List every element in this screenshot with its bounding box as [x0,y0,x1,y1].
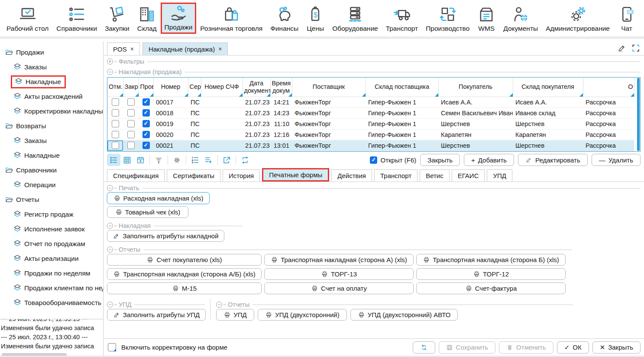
open-external-button[interactable] [220,154,233,166]
tab-certificates[interactable]: Сертификаты [167,169,220,182]
edit-pencil-icon[interactable] [617,43,627,53]
app-tab-sales[interactable]: Продажи [161,3,197,34]
tab-history[interactable]: История [223,169,260,182]
approved-checkbox[interactable] [142,109,150,117]
close-form-button[interactable]: ✕Закрыть [592,341,641,354]
sidebar-item-goods-turnover[interactable]: Товарооборачиваемость [0,295,103,310]
checkbox[interactable] [370,156,377,164]
open-f6-checkbox[interactable]: Открыт (F6) [370,156,416,164]
view-list-button[interactable] [107,154,120,166]
invoice-section-header[interactable]: − Накладная [107,222,641,229]
marked-checkbox[interactable] [112,120,119,127]
collapse-minus-icon[interactable]: − [216,302,222,308]
col-time[interactable]: Время докум [270,78,292,97]
close-tab-icon[interactable]: × [218,45,222,52]
numbered-list-button[interactable] [188,154,202,166]
edit-record-button[interactable]: Редактировать [518,154,588,166]
app-tab-finance[interactable]: Финансы [266,4,302,34]
app-tab-administration[interactable]: Администрирование [542,4,614,34]
print-waybill-side-b-button[interactable]: Транспортная накладная (сторона Б) (xls) [416,254,566,266]
grid-section-header[interactable]: − Накладная (продажа) [107,68,641,75]
marked-checkbox[interactable] [112,98,119,106]
sidebar-item-invoices[interactable]: Накладные [0,75,103,89]
print-buyer-invoice-button[interactable]: Счет покупателю (xls) [107,254,262,266]
tab-egais[interactable]: ЕГАИС [452,169,485,182]
tab-print-forms[interactable]: Печатные формы [262,168,329,182]
reports-section-header[interactable]: − Отчеты [107,246,641,253]
sidebar-item-invoice-corrections[interactable]: Корректировки накладны: [0,104,103,119]
sidebar-folder-returns[interactable]: Возвраты [0,119,103,133]
sidebar-item-return-orders[interactable]: Заказы [0,133,103,148]
approved-checkbox[interactable] [142,142,150,149]
tab-invoices-sale[interactable]: Накладные (продажа)× [142,42,228,55]
print-m15-button[interactable]: М-15 [107,282,262,294]
ok-button[interactable]: ✓ОК [557,341,589,354]
print-expense-invoice-button[interactable]: Расходная накладная (xls) [107,192,210,204]
sidebar-item-sales-register[interactable]: Регистр продаж [0,207,103,222]
col-series[interactable]: Сери [188,78,201,97]
app-tab-production[interactable]: Производство [422,4,473,34]
collapse-minus-icon[interactable]: − [107,247,113,253]
sidebar-item-operations[interactable]: Операции [0,178,103,192]
table-row[interactable]: 00019 ПС 21.07.23 11:10 ФьюженТорг Гипер… [107,118,634,129]
print-upd-twosided-auto-button[interactable]: УПД (двухсторонний) АВТО [350,309,458,321]
collapse-minus-icon[interactable]: − [107,223,113,229]
tab-vetis[interactable]: Ветис [420,169,450,182]
list-add-button[interactable] [202,154,215,166]
print-waybill-side-ab-button[interactable]: Транспортная накладная (сторона А/Б) (xl… [107,268,262,280]
sidebar-item-request-fulfillment[interactable]: Исполнение заявок [0,222,103,237]
print-payment-invoice-button[interactable]: Счет на оплату [264,282,414,294]
correction-checkbox[interactable] [108,343,116,351]
col-buyer-warehouse[interactable]: Склад покупателя [513,78,583,97]
fill-upd-attributes-button[interactable]: Заполнить атрибуты УПД [107,309,206,321]
closed-checkbox[interactable] [127,142,135,149]
app-tab-purchases[interactable]: Закупки [101,4,133,34]
filter-button[interactable] [152,154,165,166]
calendar-plus-button[interactable] [134,154,147,166]
tab-transport[interactable]: Транспорт [374,169,417,182]
print-waybill-side-a-button[interactable]: Транспортная накладная (сторона А) (xls) [264,254,414,266]
sidebar-item-client-weekly-sales[interactable]: Продажи клиентам по нед [0,281,103,295]
app-tab-warehouse[interactable]: Склад [133,4,161,34]
sidebar-item-realization-acts[interactable]: Акты реализации [0,251,103,266]
sidebar-item-return-invoices[interactable]: Накладные [0,148,103,163]
app-tab-retail[interactable]: Розничная торговля [196,4,266,34]
save-button[interactable]: Сохранить [439,341,496,354]
table-vertical-scrollbar[interactable] [637,78,640,151]
settings-button[interactable] [170,154,184,166]
app-tab-equipment[interactable]: Оборудование [328,4,382,34]
expand-plus-icon[interactable]: + [107,58,113,65]
close-record-button[interactable]: Закрыть [420,154,460,166]
print-torg12-button[interactable]: ТОРГ-12 [416,268,566,280]
app-tab-wms[interactable]: WMS [473,4,499,34]
col-number[interactable]: Номер [153,78,188,97]
closed-checkbox[interactable] [127,131,135,138]
marked-checkbox[interactable] [112,142,119,149]
refresh-button[interactable] [413,341,435,354]
table-row[interactable]: 00017 ПС 21.07.23 14:21 ФьюженТорг Гипер… [107,97,634,107]
app-tab-directories[interactable]: Справочники [52,4,101,34]
fullscreen-icon[interactable] [631,43,641,53]
col-payment[interactable]: О [583,78,634,97]
delete-record-button[interactable]: —Удалить [592,154,641,166]
upd-section-header[interactable]: − УПД [107,301,205,308]
print-sales-receipt-button[interactable]: Товарный чек (xls) [107,206,188,218]
approved-checkbox[interactable] [142,120,150,127]
app-tab-education[interactable]: Уче [640,4,644,34]
closed-checkbox[interactable] [127,109,135,117]
print-vat-invoice-button[interactable]: Счет-фактура [416,282,566,294]
view-grid-button[interactable] [120,154,134,166]
table-row-selected[interactable]: 00021 ПС 21.07.23 13:01 ФьюженТорг Гипер… [107,140,634,151]
cancel-button[interactable]: Отменить [499,341,553,354]
fill-invoice-attributes-button[interactable]: Заполнить атрибуты накладной [107,230,224,242]
col-closed[interactable]: Закр [123,78,139,97]
reload-button[interactable] [238,154,252,166]
scrollbar-thumb[interactable] [637,78,640,151]
collapse-minus-icon[interactable]: − [107,69,113,75]
sidebar-item-orders[interactable]: Заказы [0,60,103,75]
sidebar-item-discrepancy-acts[interactable]: Акты расхождений [0,89,103,104]
app-tab-desktop[interactable]: Рабочий стол [3,4,52,34]
log-horizontal-scrollbar[interactable] [2,353,67,356]
col-supplier[interactable]: Поставщик [292,78,366,97]
print-upd-button[interactable]: УПД [216,309,254,321]
